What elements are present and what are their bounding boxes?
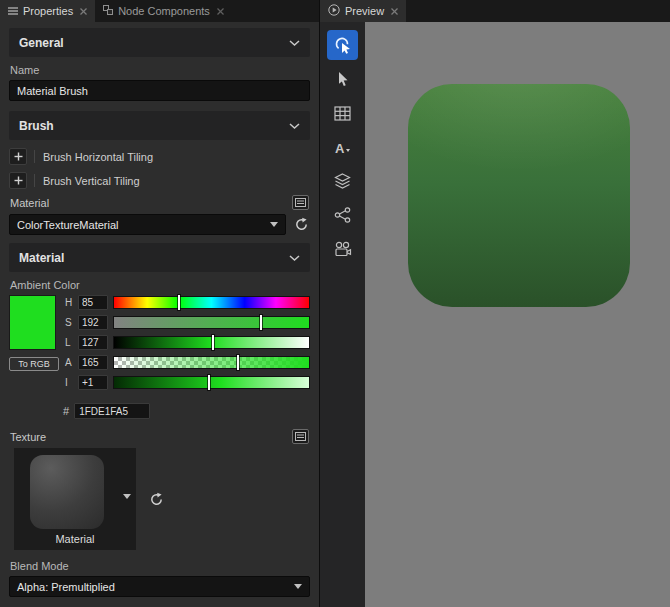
close-icon[interactable] <box>217 8 224 15</box>
slider-marker[interactable] <box>178 295 180 310</box>
add-property-button[interactable] <box>9 148 27 165</box>
tab-preview-label: Preview <box>345 5 384 17</box>
intensity-slider[interactable] <box>113 376 310 389</box>
chevron-down-icon[interactable] <box>123 494 131 499</box>
right-tabbar: Preview <box>320 0 670 22</box>
preview-material-brush-node[interactable] <box>408 84 630 307</box>
open-editor-icon[interactable] <box>292 429 309 444</box>
blend-mode-dropdown[interactable]: Alpha: Premultiplied <box>9 576 310 597</box>
chevron-down-icon <box>289 123 300 129</box>
select-arrow-icon <box>335 71 351 87</box>
grid-tool-button[interactable] <box>327 98 358 128</box>
intensity-channel-row: I <box>65 375 310 390</box>
material-dropdown-value: ColorTextureMaterial <box>17 219 118 231</box>
revert-icon[interactable] <box>292 216 310 234</box>
alpha-slider[interactable] <box>113 356 310 369</box>
color-swatch[interactable] <box>9 295 56 350</box>
close-icon[interactable] <box>391 8 398 15</box>
tab-node-components-label: Node Components <box>118 5 210 17</box>
channel-key: S <box>65 317 75 328</box>
chevron-down-icon <box>270 222 278 227</box>
revert-icon[interactable] <box>147 490 165 508</box>
brush-horizontal-tiling-row: Brush Horizontal Tiling <box>9 147 310 166</box>
hex-color-input[interactable] <box>74 403 150 419</box>
texture-picker[interactable]: Material <box>14 448 136 550</box>
camera-tool-button[interactable] <box>327 234 358 264</box>
saturation-channel-row: S <box>65 315 310 330</box>
interact-tool-icon <box>333 35 353 55</box>
hex-prefix-label: # <box>63 405 69 417</box>
hue-value-input[interactable] <box>78 295 108 310</box>
ambient-color-label: Ambient Color <box>10 279 309 291</box>
slider-marker[interactable] <box>260 315 262 330</box>
preview-canvas[interactable] <box>365 22 670 607</box>
left-tabbar: Properties Node Components <box>0 0 319 22</box>
node-graph-tool-button[interactable] <box>327 200 358 230</box>
hue-channel-row: H <box>65 295 310 310</box>
blend-mode-value: Alpha: Premultiplied <box>17 581 115 593</box>
section-title: Material <box>19 251 64 265</box>
texture-label: Texture <box>10 431 46 443</box>
chevron-down-icon <box>294 584 302 589</box>
saturation-value-input[interactable] <box>78 315 108 330</box>
slider-marker[interactable] <box>208 375 210 390</box>
channel-key: H <box>65 297 75 308</box>
material-property-label: Material <box>10 197 49 209</box>
to-rgb-button[interactable]: To RGB <box>9 357 59 371</box>
tab-properties[interactable]: Properties <box>0 0 95 22</box>
preview-pane: Preview <box>320 0 670 607</box>
app-window: Properties Node Components General <box>0 0 670 607</box>
node-graph-icon <box>334 207 351 223</box>
open-editor-icon[interactable] <box>292 195 309 210</box>
channel-key: I <box>65 377 75 388</box>
texture-name-label: Material <box>14 533 136 545</box>
brush-horizontal-tiling-label: Brush Horizontal Tiling <box>43 151 153 163</box>
properties-pane: Properties Node Components General <box>0 0 320 607</box>
properties-panel-body: General Name Brush Brush Hori <box>0 22 319 607</box>
section-title: General <box>19 36 64 50</box>
tab-preview[interactable]: Preview <box>320 0 406 22</box>
layers-tool-button[interactable] <box>327 166 358 196</box>
name-label: Name <box>10 64 309 76</box>
blend-mode-label: Blend Mode <box>10 560 309 572</box>
select-tool-button[interactable] <box>327 64 358 94</box>
alpha-value-input[interactable] <box>78 355 108 370</box>
hamburger-icon <box>8 5 18 17</box>
tab-node-components[interactable]: Node Components <box>95 0 232 22</box>
name-input[interactable] <box>9 80 310 101</box>
grid-icon <box>334 106 351 121</box>
lightness-slider[interactable] <box>113 336 310 349</box>
section-title: Brush <box>19 119 54 133</box>
intensity-value-input[interactable] <box>78 375 108 390</box>
brush-vertical-tiling-label: Brush Vertical Tiling <box>43 175 140 187</box>
section-header-material[interactable]: Material <box>9 243 310 272</box>
svg-text:A: A <box>335 140 345 155</box>
lightness-channel-row: L <box>65 335 310 350</box>
section-header-brush[interactable]: Brush <box>9 111 310 140</box>
alpha-channel-row: A <box>65 355 310 370</box>
material-dropdown[interactable]: ColorTextureMaterial <box>9 214 286 235</box>
close-icon[interactable] <box>80 8 87 15</box>
text-tool-icon: A <box>334 140 351 155</box>
preview-toolbar: A <box>320 22 365 607</box>
brush-vertical-tiling-row: Brush Vertical Tiling <box>9 171 310 190</box>
slider-marker[interactable] <box>212 335 214 350</box>
layers-icon <box>334 173 351 189</box>
texture-thumbnail[interactable] <box>30 455 104 529</box>
text-tool-button[interactable]: A <box>327 132 358 162</box>
chevron-down-icon <box>289 255 300 261</box>
saturation-slider[interactable] <box>113 316 310 329</box>
tab-properties-label: Properties <box>23 5 73 17</box>
add-property-button[interactable] <box>9 172 27 189</box>
chevron-down-icon <box>289 40 300 46</box>
node-components-icon <box>103 5 113 17</box>
divider <box>34 174 35 187</box>
preview-play-icon <box>328 4 340 18</box>
interact-tool-button[interactable] <box>327 30 358 60</box>
lightness-value-input[interactable] <box>78 335 108 350</box>
section-header-general[interactable]: General <box>9 28 310 57</box>
slider-marker[interactable] <box>237 355 239 370</box>
hue-slider[interactable] <box>113 296 310 309</box>
color-editor: To RGB H S L <box>9 295 310 395</box>
channel-key: L <box>65 337 75 348</box>
